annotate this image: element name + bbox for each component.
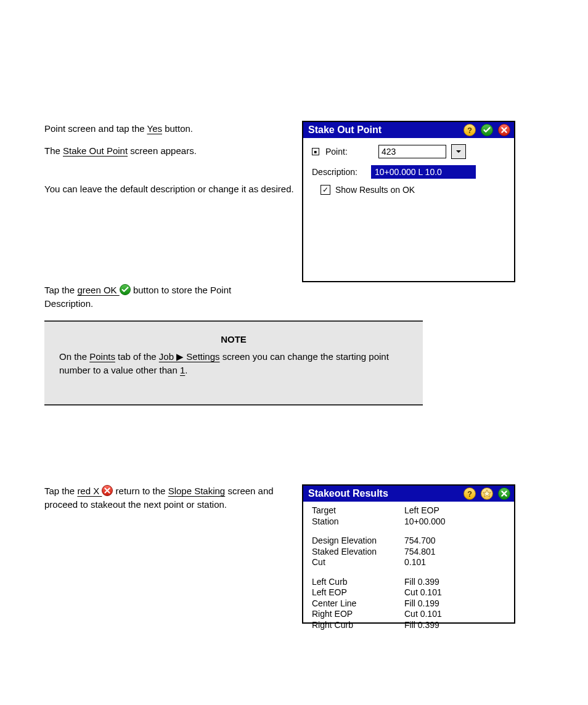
link-yes: Yes [147, 123, 162, 134]
result-value: 754.700 [404, 536, 505, 547]
paragraph-green-ok: Tap the green OK button to store the Poi… [44, 283, 297, 311]
results-row: Right EOPCut 0.101 [312, 609, 505, 620]
results-row: Left EOPCut 0.101 [312, 587, 505, 598]
text: screen appears. [128, 145, 197, 156]
label-show-results: Show Results on OK [335, 185, 415, 195]
text: button. [162, 123, 193, 134]
result-value: Fill 0.199 [404, 598, 505, 609]
dialog-body: ■ Point: Description: ✓ Show Results on … [303, 138, 514, 203]
label-description: Description: [312, 167, 371, 177]
note-box: NOTE On the Points tab of the Job ▶ Sett… [44, 320, 423, 405]
result-value: Left EOP [404, 505, 505, 516]
result-value: Cut 0.101 [404, 609, 505, 620]
result-key: Left EOP [312, 587, 404, 598]
result-key: Center Line [312, 598, 404, 609]
point-input[interactable] [378, 145, 446, 158]
star-icon[interactable] [481, 487, 493, 500]
result-value: Fill 0.399 [404, 620, 505, 631]
result-key: Cut [312, 557, 404, 568]
result-key: Right Curb [312, 620, 404, 631]
field-row-description: Description: [312, 165, 505, 179]
close-icon[interactable] [498, 124, 510, 136]
text: tab of the [115, 351, 159, 362]
results-row: Cut0.101 [312, 557, 505, 568]
screen-name-slope-staking: Slope Staking [168, 486, 226, 496]
text: return to the [116, 486, 168, 496]
green-check-icon [120, 284, 131, 295]
help-icon[interactable]: ? [463, 487, 476, 500]
label-point: Point: [325, 147, 378, 157]
results-row: Left CurbFill 0.399 [312, 577, 505, 588]
chevron-down-icon [455, 148, 462, 155]
text: The [44, 145, 63, 156]
text: Point screen and tap the [44, 123, 147, 134]
tab-name-points: Points [89, 351, 115, 362]
dialog-titlebar: Stake Out Point ? [303, 122, 514, 138]
dialog-title: Stake Out Point [308, 124, 382, 136]
results-row: TargetLeft EOP [312, 505, 505, 516]
paragraph-store-point: Point screen and tap the Yes button. The… [44, 122, 297, 195]
result-key: Design Elevation [312, 536, 404, 547]
paragraph-description-hint: You can leave the default description or… [44, 182, 297, 196]
svg-text:?: ? [467, 126, 472, 135]
show-results-checkbox[interactable]: ✓ [321, 185, 330, 195]
results-row: Staked Elevation754.801 [312, 547, 505, 558]
dialog-stake-out-point: Stake Out Point ? ■ Point: [302, 121, 515, 282]
screen-name-stake-out-point: Stake Out Point [63, 145, 128, 156]
description-input[interactable] [371, 165, 476, 179]
link-green-ok: green OK [77, 285, 119, 295]
result-value: 754.801 [404, 547, 505, 558]
result-value: 0.101 [404, 557, 505, 568]
checkbox-row-show-results: ✓ Show Results on OK [321, 185, 505, 195]
note-heading: NOTE [59, 333, 408, 346]
results-row: Center LineFill 0.199 [312, 598, 505, 609]
dialog-titlebar: Stakeout Results ? [303, 486, 514, 502]
result-key: Target [312, 505, 404, 516]
point-dropdown-button[interactable] [451, 144, 466, 159]
text: Tap the [44, 285, 77, 295]
result-key: Staked Elevation [312, 547, 404, 558]
svg-text:?: ? [467, 490, 472, 499]
help-icon[interactable]: ? [463, 124, 476, 136]
result-value: Fill 0.399 [404, 577, 505, 588]
dialog-title: Stakeout Results [308, 488, 388, 499]
dialog-stakeout-results: Stakeout Results ? TargetLeft EOP Statio… [302, 484, 515, 624]
ok-icon[interactable] [498, 487, 510, 500]
screen-name-job-settings: Job ▶ Settings [159, 351, 220, 362]
text: Description. [44, 298, 93, 309]
link-red-x: red X [77, 486, 102, 496]
note-text: On the Points tab of the Job ▶ Settings … [59, 350, 408, 377]
text: On the [59, 351, 89, 362]
red-x-icon [102, 485, 113, 496]
result-key: Station [312, 516, 404, 528]
results-body: TargetLeft EOP Station10+00.000 Design E… [303, 502, 514, 642]
result-value: 10+00.000 [404, 516, 505, 528]
result-value: Cut 0.101 [404, 587, 505, 598]
text: button to store the Point [133, 285, 231, 295]
result-key: Right EOP [312, 609, 404, 620]
square-marker-icon: ■ [312, 148, 319, 155]
text: Tap the [44, 486, 77, 496]
results-row: Right CurbFill 0.399 [312, 620, 505, 631]
ok-icon[interactable] [481, 124, 493, 136]
text: . [185, 365, 187, 375]
field-row-point: ■ Point: [312, 144, 505, 159]
results-row: Design Elevation754.700 [312, 536, 505, 547]
result-key: Left Curb [312, 577, 404, 588]
results-row: Station10+00.000 [312, 516, 505, 528]
paragraph-red-x: Tap the red X return to the Slope Stakin… [44, 484, 285, 511]
